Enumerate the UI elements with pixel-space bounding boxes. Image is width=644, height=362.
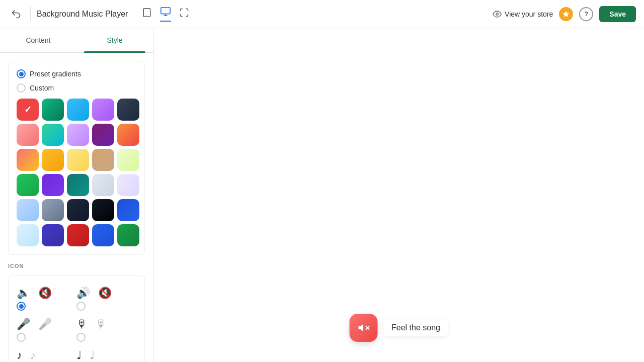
preset-gradients-label: Preset gradients bbox=[30, 70, 81, 78]
color-swatch-26[interactable] bbox=[17, 224, 39, 246]
color-swatch-15[interactable] bbox=[117, 149, 139, 171]
back-button[interactable] bbox=[8, 6, 24, 22]
color-swatch-6[interactable] bbox=[17, 124, 39, 146]
custom-radio[interactable] bbox=[17, 83, 26, 93]
color-swatch-9[interactable] bbox=[92, 124, 114, 146]
svg-rect-0 bbox=[144, 9, 150, 17]
speaker-loud-off-icon: 🔇 bbox=[98, 288, 112, 299]
tablet-icon[interactable] bbox=[142, 8, 152, 20]
svg-point-3 bbox=[496, 13, 499, 15]
mic-off-icon: 🎤 bbox=[38, 319, 52, 330]
svg-rect-2 bbox=[161, 8, 170, 14]
app-title: Background Music Player bbox=[37, 10, 128, 19]
icon-row-1a: 🔈 🔇 bbox=[17, 288, 52, 299]
preset-gradients-option[interactable]: Preset gradients bbox=[17, 69, 136, 78]
tab-style[interactable]: Style bbox=[76, 28, 153, 52]
preset-gradients-radio[interactable] bbox=[17, 69, 26, 78]
icon-radio-2a[interactable] bbox=[17, 333, 26, 342]
view-store-link[interactable]: View your store bbox=[493, 10, 553, 19]
device-icons bbox=[142, 6, 189, 22]
color-swatch-29[interactable] bbox=[92, 224, 114, 246]
color-swatch-20[interactable] bbox=[117, 174, 139, 196]
topbar: Background Music Player View your store bbox=[0, 0, 644, 28]
color-swatch-19[interactable] bbox=[92, 174, 114, 196]
main-layout: Content Style Preset gradients Custom bbox=[0, 28, 644, 362]
icon-section: 🔈 🔇 🔊 🔇 bbox=[8, 275, 145, 362]
icon-pair-5: ♪ ♪ bbox=[17, 346, 76, 362]
topbar-divider bbox=[30, 7, 31, 21]
color-swatch-13[interactable] bbox=[67, 149, 89, 171]
sidebar-content: Preset gradients Custom ICON bbox=[0, 53, 153, 362]
icon-radio-1b[interactable] bbox=[76, 302, 86, 311]
icon-pair-6: ♩ ♩ bbox=[76, 346, 136, 362]
music-widget-label: Feel the song bbox=[383, 319, 448, 336]
music-note-alt-off-icon: ♩ bbox=[90, 350, 95, 361]
expand-icon[interactable] bbox=[179, 8, 189, 20]
color-swatch-25[interactable] bbox=[117, 199, 139, 221]
color-swatch-8[interactable] bbox=[67, 124, 89, 146]
color-swatch-22[interactable] bbox=[42, 199, 64, 221]
color-swatch-30[interactable] bbox=[117, 224, 139, 246]
custom-label: Custom bbox=[30, 84, 54, 92]
speaker-on-icon: 🔈 bbox=[17, 288, 30, 299]
color-swatch-24[interactable] bbox=[92, 199, 114, 221]
color-swatch-grid bbox=[17, 99, 136, 246]
monitor-icon[interactable] bbox=[160, 6, 171, 22]
speaker-loud-icon: 🔊 bbox=[76, 288, 90, 299]
color-swatch-18[interactable] bbox=[67, 174, 89, 196]
mic-alt-icon: 🎙 bbox=[76, 319, 88, 330]
color-swatch-14[interactable] bbox=[92, 149, 114, 171]
color-swatch-27[interactable] bbox=[42, 224, 64, 246]
icon-row-2b: 🎙 🎙 bbox=[76, 319, 107, 330]
icon-radio-1a[interactable] bbox=[17, 302, 26, 311]
color-swatch-7[interactable] bbox=[42, 124, 64, 146]
color-swatch-3[interactable] bbox=[67, 99, 89, 121]
icon-row-3a: ♪ ♪ bbox=[17, 350, 36, 361]
music-note-alt-icon: ♩ bbox=[76, 350, 82, 361]
color-swatch-21[interactable] bbox=[17, 199, 39, 221]
icon-radio-2b[interactable] bbox=[76, 333, 86, 342]
color-swatch-23[interactable] bbox=[67, 199, 89, 221]
icon-row-3b: ♩ ♩ bbox=[76, 350, 95, 361]
svg-marker-4 bbox=[563, 11, 569, 17]
color-swatch-16[interactable] bbox=[17, 174, 39, 196]
color-swatch-4[interactable] bbox=[92, 99, 114, 121]
save-button[interactable]: Save bbox=[599, 6, 636, 22]
color-swatch-12[interactable] bbox=[42, 149, 64, 171]
color-swatch-17[interactable] bbox=[42, 174, 64, 196]
tab-content[interactable]: Content bbox=[0, 28, 76, 52]
topbar-right: View your store ? Save bbox=[493, 6, 636, 22]
mic-alt-off-icon: 🎙 bbox=[96, 319, 107, 330]
icon-pair-1: 🔈 🔇 bbox=[17, 284, 76, 315]
icon-section-label: ICON bbox=[8, 263, 145, 269]
icon-pair-2: 🔊 🔇 bbox=[76, 284, 136, 315]
color-swatch-2[interactable] bbox=[42, 99, 64, 121]
icon-pair-3: 🎤 🎤 bbox=[17, 315, 76, 346]
speaker-off-slash-icon: 🔇 bbox=[38, 288, 52, 299]
sidebar: Content Style Preset gradients Custom bbox=[0, 28, 153, 362]
icon-grid: 🔈 🔇 🔊 🔇 bbox=[17, 284, 136, 362]
color-swatch-11[interactable] bbox=[17, 149, 39, 171]
music-note-icon: ♪ bbox=[17, 350, 22, 361]
music-note-off-icon: ♪ bbox=[30, 350, 36, 361]
color-swatch-5[interactable] bbox=[117, 99, 139, 121]
music-widget: Feel the song bbox=[349, 314, 448, 342]
gradient-section: Preset gradients Custom bbox=[8, 61, 145, 255]
icon-pair-4: 🎙 🎙 bbox=[76, 315, 136, 346]
color-swatch-1[interactable] bbox=[17, 99, 39, 121]
color-swatch-28[interactable] bbox=[67, 224, 89, 246]
help-button[interactable]: ? bbox=[579, 7, 593, 21]
star-button[interactable] bbox=[559, 7, 573, 21]
icon-row-1b: 🔊 🔇 bbox=[76, 288, 112, 299]
canvas-inner: Feel the song bbox=[153, 28, 644, 362]
color-swatch-10[interactable] bbox=[117, 124, 139, 146]
canvas-area: Feel the song bbox=[153, 28, 644, 362]
mic-icon: 🎤 bbox=[17, 319, 30, 330]
icon-row-2a: 🎤 🎤 bbox=[17, 319, 52, 330]
music-play-button[interactable] bbox=[349, 314, 377, 342]
custom-option[interactable]: Custom bbox=[17, 83, 136, 93]
sidebar-tabs: Content Style bbox=[0, 28, 153, 53]
